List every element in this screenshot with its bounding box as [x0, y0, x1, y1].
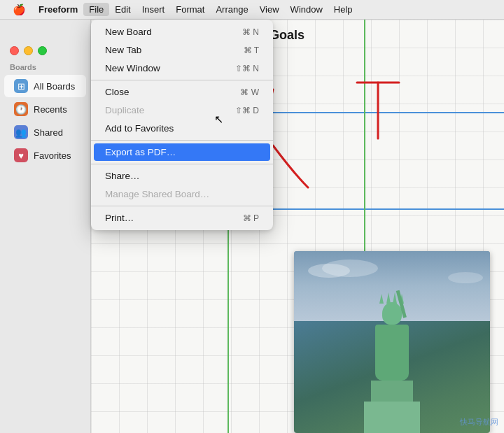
close-button[interactable]: [10, 46, 19, 55]
sidebar: Boards ⊞ All Boards 🕐 Recents 👥 Shared ♥…: [0, 20, 91, 433]
menu-item-add-to-favorites[interactable]: Add to Favorites: [94, 120, 270, 137]
zoom-button[interactable]: [38, 46, 47, 55]
menu-separator-2: [91, 140, 273, 141]
menu-help[interactable]: Help: [328, 3, 358, 16]
sidebar-item-recents[interactable]: 🕐 Recents: [4, 98, 86, 120]
menubar: 🍎 Freeform File Edit Insert Format Arran…: [0, 0, 504, 20]
watermark: 快马导航网: [460, 417, 498, 427]
traffic-lights: [10, 46, 47, 55]
menu-view[interactable]: View: [254, 3, 285, 16]
sidebar-item-allboards[interactable]: ⊞ All Boards: [4, 75, 86, 97]
apple-menu[interactable]: 🍎: [6, 2, 33, 17]
menu-window[interactable]: Window: [285, 3, 328, 16]
favorites-icon: ♥: [14, 148, 28, 162]
menu-item-print[interactable]: Print… ⌘ P: [94, 209, 270, 227]
sidebar-recents-label: Recents: [34, 104, 67, 115]
allboards-icon: ⊞: [14, 79, 28, 93]
menu-item-new-board[interactable]: New Board ⌘ N: [94, 23, 270, 41]
file-menu-dropdown[interactable]: New Board ⌘ N New Tab ⌘ T New Window ⇧⌘ …: [91, 20, 273, 230]
menu-separator-1: [91, 80, 273, 80]
menu-edit[interactable]: Edit: [109, 3, 136, 16]
menu-item-export-as-pdf[interactable]: Export as PDF…: [94, 143, 270, 161]
menu-arrange[interactable]: Arrange: [210, 3, 253, 16]
menu-file[interactable]: File: [83, 3, 109, 16]
menu-item-manage-shared-board[interactable]: Manage Shared Board…: [94, 185, 270, 203]
menu-item-share[interactable]: Share…: [94, 167, 270, 185]
shared-icon: 👥: [14, 125, 28, 139]
sidebar-item-favorites[interactable]: ♥ Favorites: [4, 144, 86, 166]
menu-format[interactable]: Format: [170, 3, 210, 16]
minimize-button[interactable]: [24, 46, 33, 55]
photo-statue-of-liberty: [294, 251, 490, 433]
recents-icon: 🕐: [14, 102, 28, 116]
menu-insert[interactable]: Insert: [136, 3, 171, 16]
menu-separator-4: [91, 206, 273, 206]
menu-item-new-window[interactable]: New Window ⇧⌘ N: [94, 59, 270, 77]
menu-item-close[interactable]: Close ⌘ W: [94, 83, 270, 101]
sidebar-allboards-label: All Boards: [34, 81, 75, 92]
sidebar-favorites-label: Favorites: [34, 150, 71, 161]
sidebar-section-boards: Boards: [0, 57, 90, 74]
menu-separator-3: [91, 164, 273, 164]
sidebar-item-shared[interactable]: 👥 Shared: [4, 121, 86, 143]
menu-freeform[interactable]: Freeform: [33, 3, 83, 16]
sidebar-shared-label: Shared: [34, 127, 63, 138]
menu-item-duplicate[interactable]: Duplicate ⇧⌘ D: [94, 101, 270, 119]
menu-item-new-tab[interactable]: New Tab ⌘ T: [94, 41, 270, 59]
